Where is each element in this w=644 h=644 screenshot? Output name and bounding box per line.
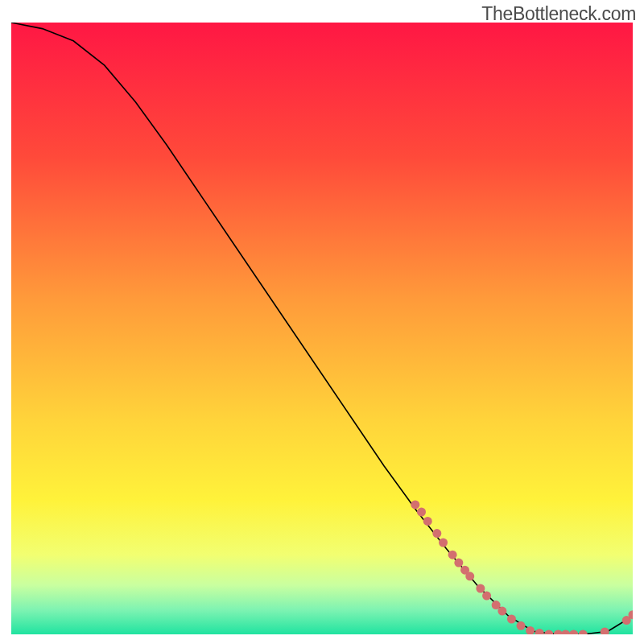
data-point — [476, 584, 485, 593]
chart-container: TheBottleneck.com — [0, 0, 644, 644]
data-point — [454, 559, 463, 568]
chart-svg — [11, 23, 633, 634]
data-point — [507, 615, 516, 624]
data-point — [465, 572, 474, 580]
plot-area — [11, 23, 633, 634]
data-point — [497, 607, 506, 616]
gradient-background — [11, 23, 633, 634]
watermark-text: TheBottleneck.com — [481, 3, 636, 25]
data-point — [411, 500, 419, 509]
data-point — [417, 508, 426, 517]
data-point — [439, 539, 448, 547]
data-point — [448, 551, 457, 559]
data-point — [517, 621, 526, 630]
data-point — [482, 592, 491, 601]
data-point — [432, 529, 441, 538]
data-point — [423, 517, 432, 526]
